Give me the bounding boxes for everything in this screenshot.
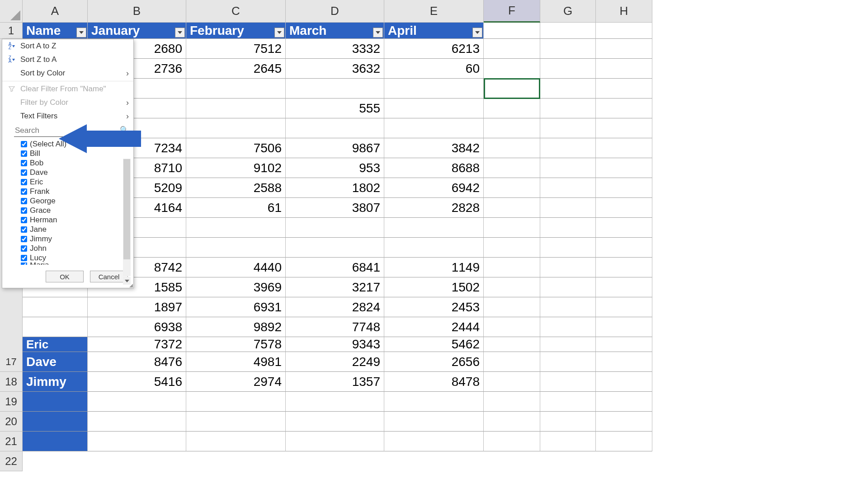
cell-F19[interactable] (484, 372, 540, 392)
cell[interactable]: 1149 (384, 258, 484, 277)
cell-C21[interactable] (186, 412, 286, 432)
row-header-20[interactable]: 20 (0, 412, 23, 432)
cell-H19[interactable] (596, 372, 652, 392)
cell-B19[interactable]: 5416 (88, 372, 186, 392)
cell[interactable] (186, 99, 286, 118)
cell[interactable] (596, 277, 652, 297)
col-header-G[interactable]: G (540, 0, 596, 23)
cell-B18[interactable]: 8476 (88, 352, 186, 372)
cell[interactable] (540, 79, 596, 99)
cell[interactable]: 2645 (186, 59, 286, 79)
cell[interactable] (540, 178, 596, 198)
cell-G20[interactable] (540, 392, 596, 412)
cell[interactable] (23, 297, 88, 317)
filter-checkbox[interactable] (21, 160, 27, 166)
filter-check-item[interactable]: Eric (21, 177, 129, 187)
cell-G21[interactable] (540, 412, 596, 432)
col-header-E[interactable]: E (384, 0, 484, 23)
filter-button-name[interactable] (76, 28, 86, 38)
col-header-A[interactable]: A (23, 0, 88, 23)
cell[interactable] (540, 158, 596, 178)
cell[interactable]: 3969 (186, 277, 286, 297)
cell[interactable]: 61 (186, 198, 286, 218)
filter-button-january[interactable] (175, 28, 185, 38)
cell[interactable]: 1802 (286, 178, 384, 198)
cell[interactable] (286, 218, 384, 238)
cell-H18[interactable] (596, 352, 652, 372)
cell[interactable] (540, 277, 596, 297)
ok-button[interactable]: OK (46, 271, 84, 282)
filter-check-item[interactable]: Dave (21, 168, 129, 177)
cell[interactable]: 1502 (384, 277, 484, 297)
row-header-1[interactable]: 1 (0, 23, 23, 39)
cell-A20[interactable] (23, 392, 88, 412)
cell[interactable] (540, 138, 596, 158)
filter-values-scrollbar[interactable] (123, 159, 131, 293)
cell[interactable]: 6213 (384, 39, 484, 59)
cell[interactable] (484, 277, 540, 297)
cell-E18[interactable]: 2656 (384, 352, 484, 372)
cell[interactable]: 6942 (384, 178, 484, 198)
filter-checkbox[interactable] (21, 169, 27, 176)
cell[interactable]: 8688 (384, 158, 484, 178)
filter-button-february[interactable] (274, 28, 284, 38)
sort-a-to-z[interactable]: AZ Sort A to Z (2, 39, 133, 53)
cell[interactable]: 3217 (286, 277, 384, 297)
cell[interactable] (23, 317, 88, 337)
filter-checkbox[interactable] (21, 141, 27, 147)
sort-z-to-a[interactable]: ZA Sort Z to A (2, 53, 133, 66)
cell-C22[interactable] (186, 432, 286, 451)
filter-checkbox[interactable] (21, 236, 27, 242)
cell-D18[interactable]: 2249 (286, 352, 384, 372)
filter-check-item[interactable]: Jimmy (21, 234, 129, 244)
cell[interactable] (540, 297, 596, 317)
cell[interactable] (384, 218, 484, 238)
cell[interactable] (540, 218, 596, 238)
cell-A22[interactable] (23, 432, 88, 451)
cell[interactable] (596, 99, 652, 118)
resize-grip-icon[interactable] (129, 283, 133, 288)
cell[interactable] (484, 238, 540, 258)
cell[interactable]: 9867 (286, 138, 384, 158)
filter-check-item[interactable]: Bob (21, 158, 129, 168)
cell-B17[interactable]: 7372 (88, 337, 186, 352)
cell-H22[interactable] (596, 432, 652, 451)
sort-by-color[interactable]: Sort by Color › (2, 66, 133, 80)
cell[interactable] (286, 238, 384, 258)
select-all-corner[interactable] (0, 0, 23, 23)
cell-G19[interactable] (540, 372, 596, 392)
cell[interactable] (540, 59, 596, 79)
cell-name-17[interactable]: Eric (23, 337, 88, 352)
cell-G18[interactable] (540, 352, 596, 372)
col-header-D[interactable]: D (286, 0, 384, 23)
filter-checkbox[interactable] (21, 198, 27, 204)
cell-H20[interactable] (596, 392, 652, 412)
cell[interactable] (484, 118, 540, 138)
cell[interactable]: 6938 (88, 317, 186, 337)
cell-F18[interactable] (484, 352, 540, 372)
col-header-F[interactable]: F (484, 0, 540, 23)
cell[interactable]: 60 (384, 59, 484, 79)
filter-button-april[interactable] (472, 28, 482, 38)
cell-G17[interactable] (540, 337, 596, 352)
filter-check-item[interactable]: Lucy (21, 253, 129, 263)
cell[interactable] (484, 297, 540, 317)
cell[interactable] (596, 138, 652, 158)
cell[interactable]: 2828 (384, 198, 484, 218)
cell[interactable] (186, 79, 286, 99)
filter-button-march[interactable] (373, 28, 383, 38)
row-header-18[interactable]: 18 (0, 372, 23, 392)
cell-H1[interactable] (596, 23, 652, 39)
cell[interactable]: 3332 (286, 39, 384, 59)
cell[interactable] (186, 118, 286, 138)
cell[interactable]: 6841 (286, 258, 384, 277)
cell[interactable] (596, 238, 652, 258)
header-january[interactable]: January (88, 23, 186, 39)
filter-check-item[interactable]: Herman (21, 215, 129, 225)
cell[interactable] (484, 99, 540, 118)
cell[interactable] (484, 198, 540, 218)
cell[interactable] (484, 158, 540, 178)
cell[interactable]: 953 (286, 158, 384, 178)
cell[interactable] (596, 218, 652, 238)
cell[interactable] (384, 99, 484, 118)
